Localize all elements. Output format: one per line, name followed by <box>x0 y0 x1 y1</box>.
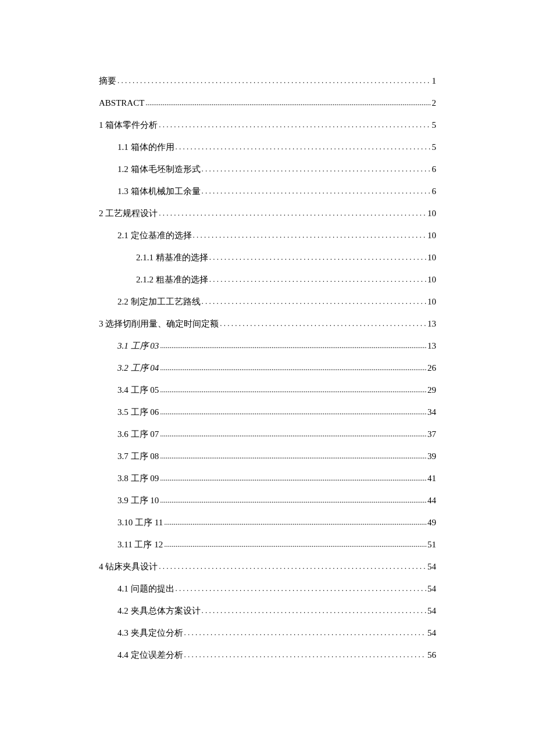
toc-entry[interactable]: 3.5 工序 06...............................… <box>117 407 436 417</box>
toc-entry-page: 54 <box>427 561 436 572</box>
toc-entry-page: 13 <box>427 341 436 351</box>
toc-entry[interactable]: 2 工艺规程设计. . . . . . . . . . . . . . . . … <box>99 208 436 218</box>
toc-entry-title: 1 箱体零件分析 <box>99 120 158 130</box>
toc-entry-title: 3.8 工序 09 <box>117 473 159 483</box>
toc-entry-title: 3.2 工序 04 <box>117 363 159 373</box>
toc-entry[interactable]: 3 选择切削用量、确定时间定额. . . . . . . . . . . . .… <box>99 318 436 329</box>
toc-entry-page: 10 <box>427 274 436 285</box>
toc-entry-page: 10 <box>427 252 436 263</box>
toc-leader-dots: ........................................… <box>160 363 426 372</box>
toc-leader-dots: . . . . . . . . . . . . . . . . . . . . … <box>220 319 426 328</box>
toc-entry[interactable]: 3.6 工序 07...............................… <box>117 429 436 439</box>
toc-entry-page: 54 <box>427 583 436 594</box>
toc-entry[interactable]: 2.1.1 精基准的选择. . . . . . . . . . . . . . … <box>136 252 436 263</box>
toc-entry-page: 5 <box>432 142 437 152</box>
toc-entry[interactable]: 4.1 问题的提出. . . . . . . . . . . . . . . .… <box>117 583 436 594</box>
toc-leader-dots: ........................................… <box>160 452 426 461</box>
toc-entry[interactable]: 1.2 箱体毛坯制造形式. . . . . . . . . . . . . . … <box>117 164 436 174</box>
toc-entry-page: 13 <box>427 318 436 329</box>
toc-entry-title: 2 工艺规程设计 <box>99 208 158 218</box>
toc-entry[interactable]: 4.3 夹具定位分析. . . . . . . . . . . . . . . … <box>117 628 436 638</box>
toc-entry[interactable]: 4 钻床夹具设计. . . . . . . . . . . . . . . . … <box>99 561 436 572</box>
toc-leader-dots: ........................................… <box>160 496 426 505</box>
toc-entry-title: 4.4 定位误差分析 <box>117 650 183 660</box>
toc-entry[interactable]: 3.10 工序 11..............................… <box>117 517 436 528</box>
toc-entry-title: 1.2 箱体毛坯制造形式 <box>117 164 201 174</box>
toc-entry-title: 4.2 夹具总体方案设计 <box>117 605 201 616</box>
toc-leader-dots: . . . . . . . . . . . . . . . . . . . . … <box>202 164 431 174</box>
toc-entry[interactable]: 3.4 工序 05...............................… <box>117 385 436 395</box>
toc-leader-dots: . . . . . . . . . . . . . . . . . . . . … <box>202 297 427 306</box>
toc-entry[interactable]: 1.1 箱体的作用. . . . . . . . . . . . . . . .… <box>117 142 436 152</box>
toc-entry-title: 3.11 工序 12 <box>117 539 163 550</box>
toc-leader-dots: . . . . . . . . . . . . . . . . . . . . … <box>193 231 427 240</box>
toc-entry[interactable]: 4.4 定位误差分析. . . . . . . . . . . . . . . … <box>117 650 436 660</box>
toc-entry[interactable]: ABSTRACT................................… <box>99 98 436 108</box>
toc-entry[interactable]: 摘要. . . . . . . . . . . . . . . . . . . … <box>99 76 436 86</box>
toc-entry-title: 4.1 问题的提出 <box>117 583 174 594</box>
toc-entry-title: 4.3 夹具定位分析 <box>117 628 183 638</box>
toc-entry-page: 29 <box>427 385 436 395</box>
toc-entry-title: 3.7 工序 08 <box>117 451 159 461</box>
toc-entry[interactable]: 2.1.2 粗基准的选择. . . . . . . . . . . . . . … <box>136 274 436 285</box>
toc-leader-dots: ........................................… <box>160 474 426 483</box>
toc-leader-dots: . . . . . . . . . . . . . . . . . . . . … <box>209 253 426 262</box>
toc-entry-page: 10 <box>427 296 436 307</box>
toc-entry-title: 2.2 制定加工工艺路线 <box>117 296 201 307</box>
toc-entry-page: 37 <box>427 429 436 439</box>
toc-leader-dots: ........................................… <box>160 385 426 395</box>
toc-leader-dots: ........................................… <box>164 540 426 549</box>
toc-entry[interactable]: 3.2 工序 04...............................… <box>117 363 436 373</box>
toc-leader-dots: ........................................… <box>160 407 426 417</box>
toc-entry-title: 3.4 工序 05 <box>117 385 159 395</box>
toc-leader-dots: ........................................… <box>164 518 426 527</box>
toc-entry[interactable]: 4.2 夹具总体方案设计. . . . . . . . . . . . . . … <box>117 605 436 616</box>
toc-leader-dots: . . . . . . . . . . . . . . . . . . . . … <box>202 187 431 196</box>
toc-entry[interactable]: 3.1 工序 03...............................… <box>117 341 436 351</box>
toc-entry-title: 1.3 箱体机械加工余量 <box>117 186 201 196</box>
toc-entry-page: 26 <box>427 363 436 373</box>
toc-entry[interactable]: 2.2 制定加工工艺路线. . . . . . . . . . . . . . … <box>117 296 436 307</box>
toc-entry[interactable]: 1.3 箱体机械加工余量. . . . . . . . . . . . . . … <box>117 186 436 196</box>
toc-entry-title: ABSTRACT <box>99 98 144 108</box>
toc-entry-title: 3.10 工序 11 <box>117 517 163 528</box>
toc-leader-dots: ........................................… <box>160 341 426 350</box>
toc-entry-page: 39 <box>427 451 436 461</box>
toc-entry-title: 2.1.2 粗基准的选择 <box>136 274 208 285</box>
toc-entry-page: 44 <box>427 495 436 506</box>
toc-entry[interactable]: 1 箱体零件分析. . . . . . . . . . . . . . . . … <box>99 120 436 130</box>
toc-entry-page: 6 <box>432 164 437 174</box>
table-of-contents: 摘要. . . . . . . . . . . . . . . . . . . … <box>99 76 436 660</box>
toc-entry-page: 49 <box>427 517 436 528</box>
toc-entry-title: 1.1 箱体的作用 <box>117 142 174 152</box>
toc-entry[interactable]: 3.7 工序 08...............................… <box>117 451 436 461</box>
toc-entry-title: 3.5 工序 06 <box>117 407 159 417</box>
toc-leader-dots: . . . . . . . . . . . . . . . . . . . . … <box>184 628 427 637</box>
toc-leader-dots: . . . . . . . . . . . . . . . . . . . . … <box>176 142 431 152</box>
toc-entry-page: 51 <box>427 539 436 550</box>
toc-leader-dots: . . . . . . . . . . . . . . . . . . . . … <box>159 209 426 218</box>
toc-entry[interactable]: 3.8 工序 09...............................… <box>117 473 436 483</box>
toc-entry-page: 6 <box>432 186 437 196</box>
toc-entry-page: 1 <box>432 76 437 86</box>
toc-entry-title: 3.6 工序 07 <box>117 429 159 439</box>
toc-leader-dots: . . . . . . . . . . . . . . . . . . . . … <box>159 120 430 130</box>
toc-entry-page: 10 <box>427 230 436 241</box>
toc-leader-dots: . . . . . . . . . . . . . . . . . . . . … <box>209 275 426 284</box>
toc-entry-page: 34 <box>427 407 436 417</box>
toc-entry-title: 3.9 工序 10 <box>117 495 159 506</box>
toc-leader-dots: . . . . . . . . . . . . . . . . . . . . … <box>202 606 427 615</box>
toc-entry-title: 3 选择切削用量、确定时间定额 <box>99 318 219 329</box>
toc-leader-dots: . . . . . . . . . . . . . . . . . . . . … <box>184 650 427 660</box>
toc-entry[interactable]: 3.11 工序 12..............................… <box>117 539 436 550</box>
toc-leader-dots: . . . . . . . . . . . . . . . . . . . . … <box>117 76 431 85</box>
toc-entry[interactable]: 3.9 工序 10...............................… <box>117 495 436 506</box>
toc-leader-dots: . . . . . . . . . . . . . . . . . . . . … <box>159 562 426 571</box>
toc-entry[interactable]: 2.1 定位基准的选择. . . . . . . . . . . . . . .… <box>117 230 436 241</box>
toc-entry-page: 54 <box>427 628 436 638</box>
toc-entry-title: 4 钻床夹具设计 <box>99 561 158 572</box>
toc-entry-title: 摘要 <box>99 76 116 86</box>
toc-entry-page: 2 <box>432 98 437 108</box>
toc-entry-title: 3.1 工序 03 <box>117 341 159 351</box>
toc-entry-page: 54 <box>427 605 436 616</box>
